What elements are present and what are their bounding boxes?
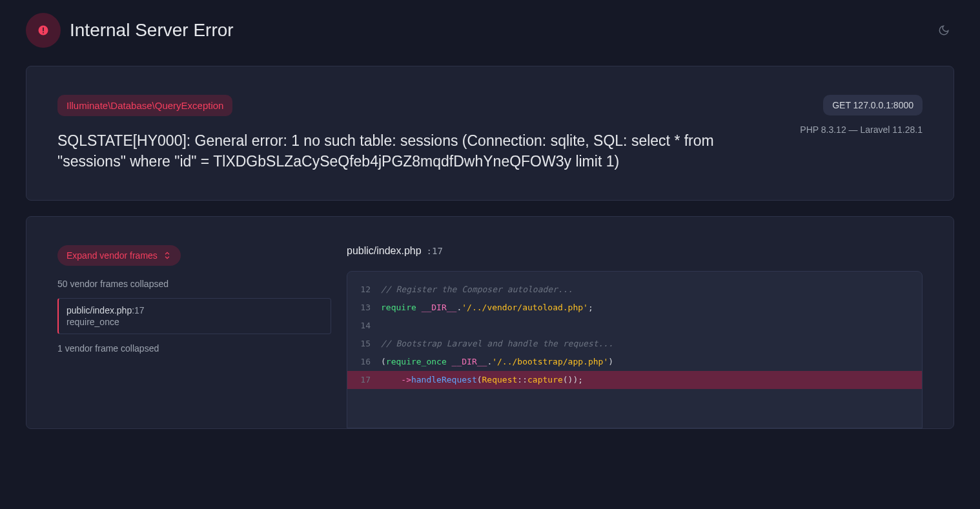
code-line: 16(require_once __DIR__.'/../bootstrap/a… (347, 353, 922, 371)
theme-toggle[interactable] (934, 20, 954, 41)
moon-icon (938, 25, 950, 36)
svg-rect-1 (43, 28, 44, 32)
frame-function: require_once (66, 317, 323, 327)
code-box: 12// Register the Composer autoloader...… (347, 271, 923, 428)
line-number: 16 (347, 353, 381, 371)
source-file-heading: public/index.php :17 (347, 245, 923, 257)
line-content: ->handleRequest(Request::capture()); (381, 371, 922, 389)
line-content: (require_once __DIR__.'/../bootstrap/app… (381, 353, 922, 371)
trace-frames: Expand vendor frames 50 vendor frames co… (57, 245, 331, 428)
expand-label: Expand vendor frames (66, 250, 158, 261)
line-number: 15 (347, 335, 381, 353)
line-number: 17 (347, 371, 381, 389)
line-content (381, 317, 922, 335)
code-line: 14 (347, 317, 922, 335)
php-version: PHP 8.3.12 (800, 125, 846, 135)
trace-card: Expand vendor frames 50 vendor frames co… (26, 216, 954, 429)
error-message: SQLSTATE[HY000]: General error: 1 no suc… (57, 130, 716, 172)
collapsed-frames-top[interactable]: 50 vendor frames collapsed (57, 279, 331, 289)
alert-circle (26, 13, 61, 48)
version-line: PHP 8.3.12 — Laravel 11.28.1 (800, 125, 923, 135)
code-line: 13require __DIR__.'/../vendor/autoload.p… (347, 299, 922, 317)
exception-badge: Illuminate\Database\QueryException (57, 95, 232, 116)
laravel-version: Laravel 11.28.1 (860, 125, 923, 135)
line-content: require __DIR__.'/../vendor/autoload.php… (381, 299, 922, 317)
request-badge: GET 127.0.0.1:8000 (823, 95, 923, 115)
line-number: 14 (347, 317, 381, 335)
frame-path: public/index.php:17 (66, 305, 323, 315)
source-file-line: :17 (427, 246, 443, 256)
line-content: // Bootstrap Laravel and handle the requ… (381, 335, 922, 353)
error-summary: Illuminate\Database\QueryException SQLST… (57, 95, 716, 172)
stack-frame[interactable]: public/index.php:17 require_once (57, 298, 331, 334)
error-meta: GET 127.0.0.1:8000 PHP 8.3.12 — Laravel … (781, 95, 923, 172)
error-card: Illuminate\Database\QueryException SQLST… (26, 66, 954, 201)
source-preview: public/index.php :17 12// Register the C… (347, 245, 923, 428)
page-header: Internal Server Error (5, 0, 975, 66)
page-title: Internal Server Error (70, 20, 234, 41)
line-number: 13 (347, 299, 381, 317)
code-line: 12// Register the Composer autoloader... (347, 281, 922, 299)
svg-rect-2 (43, 32, 44, 34)
expand-vendor-frames-button[interactable]: Expand vendor frames (57, 245, 181, 266)
chevron-up-down-icon (163, 251, 172, 260)
line-content: // Register the Composer autoloader... (381, 281, 922, 299)
alert-icon (37, 25, 49, 36)
header-left: Internal Server Error (26, 13, 234, 48)
code-line: 15// Bootstrap Laravel and handle the re… (347, 335, 922, 353)
line-number: 12 (347, 281, 381, 299)
code-line: 17 ->handleRequest(Request::capture()); (347, 371, 922, 389)
collapsed-frames-bottom[interactable]: 1 vendor frame collapsed (57, 343, 331, 354)
source-file-path: public/index.php (347, 245, 422, 256)
